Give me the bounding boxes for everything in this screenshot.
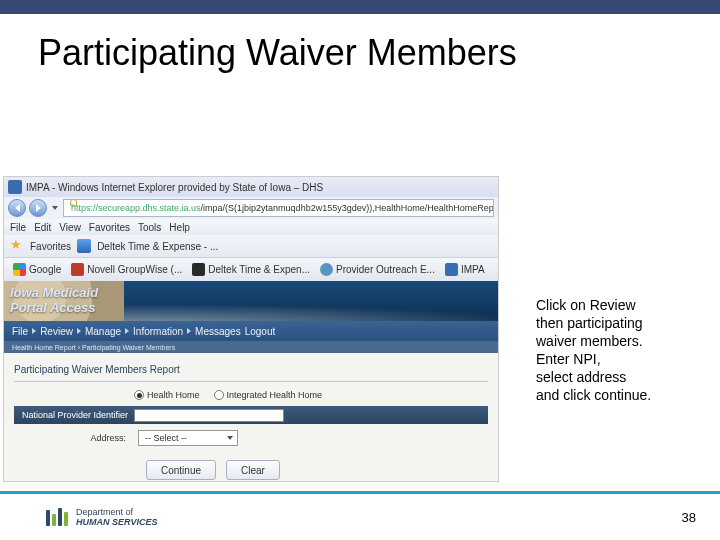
favbar-item-provider[interactable]: Provider Outreach E... — [317, 263, 438, 276]
continue-button[interactable]: Continue — [146, 460, 216, 480]
arrow-right-icon — [36, 204, 41, 212]
radio-unselected-icon — [214, 390, 224, 400]
address-row: Address: -- Select -- — [14, 424, 488, 452]
embedded-screenshot: IMPA - Windows Internet Explorer provide… — [3, 176, 499, 482]
callout-line: Click on Review — [536, 296, 706, 314]
favbar-item-google[interactable]: Google — [10, 263, 64, 276]
npi-input[interactable] — [134, 409, 284, 422]
fav-label: Novell GroupWise (... — [87, 264, 182, 275]
chevron-right-icon — [125, 328, 129, 334]
radio-label: Health Home — [147, 390, 200, 400]
tab-manage[interactable]: Manage — [85, 326, 129, 337]
menu-file[interactable]: File — [10, 222, 26, 233]
divider — [14, 381, 488, 382]
tab-review[interactable]: Review — [40, 326, 81, 337]
portal-name-l2: Portal Access — [10, 300, 98, 315]
tab-messages[interactable]: Messages — [195, 326, 241, 337]
iowa-mark-icon — [46, 508, 68, 526]
browser-nav-row: https://secureapp.dhs.state.ia.us /impa/… — [4, 197, 498, 219]
callout-line: select address — [536, 368, 706, 386]
form-buttons: Continue Clear — [14, 452, 488, 480]
favbar-item-deltek[interactable]: Deltek Time & Expen... — [189, 263, 313, 276]
logo-line1: Department of — [76, 507, 158, 517]
radio-health-home[interactable]: Health Home — [134, 390, 200, 400]
slide-accent-bar — [0, 0, 720, 14]
slide-footer: Department of HUMAN SERVICES 38 — [0, 494, 720, 540]
favorites-label[interactable]: Favorites — [30, 241, 71, 252]
favorites-bar: Google Novell GroupWise (... Deltek Time… — [4, 257, 498, 281]
chevron-right-icon — [32, 328, 36, 334]
back-button[interactable] — [8, 199, 26, 217]
chevron-right-icon — [187, 328, 191, 334]
slide-title: Participating Waiver Members — [0, 14, 720, 84]
menu-help[interactable]: Help — [169, 222, 190, 233]
novell-icon — [71, 263, 84, 276]
star-icon: ★ — [10, 239, 24, 253]
fav-label: IMPA — [461, 264, 485, 275]
chevron-right-icon — [77, 328, 81, 334]
address-bar[interactable]: https://secureapp.dhs.state.ia.us /impa/… — [63, 199, 494, 217]
fav-label: Deltek Time & Expen... — [208, 264, 310, 275]
fav-label: Provider Outreach E... — [336, 264, 435, 275]
fav-label: Google — [29, 264, 61, 275]
impa-icon — [445, 263, 458, 276]
address-select[interactable]: -- Select -- — [138, 430, 238, 446]
radio-label: Integrated Health Home — [227, 390, 323, 400]
page-number: 38 — [682, 510, 696, 525]
favbar-item-novell[interactable]: Novell GroupWise (... — [68, 263, 185, 276]
dhs-logo: Department of HUMAN SERVICES — [46, 507, 158, 527]
browser-menu-bar: File Edit View Favorites Tools Help — [4, 219, 498, 235]
breadcrumb: Health Home Report › Participating Waive… — [4, 341, 498, 353]
logo-line2: HUMAN SERVICES — [76, 517, 158, 527]
portal-name-l1: Iowa Medicaid — [10, 285, 98, 300]
ie-icon — [8, 180, 22, 194]
url-host: https://secureapp.dhs.state.ia.us — [71, 203, 201, 213]
browser-titlebar: IMPA - Windows Internet Explorer provide… — [4, 177, 498, 197]
banner-swoosh — [124, 303, 498, 321]
callout-line: waiver members. — [536, 332, 706, 350]
menu-edit[interactable]: Edit — [34, 222, 51, 233]
portal-nav-tabs: File Review Manage Information Messages … — [4, 321, 498, 341]
radio-selected-icon — [134, 390, 144, 400]
window-title: IMPA - Windows Internet Explorer provide… — [26, 182, 323, 193]
menu-tools[interactable]: Tools — [138, 222, 161, 233]
portal-banner: Iowa Medicaid Portal Access — [4, 281, 498, 321]
chevron-down-icon — [227, 436, 233, 440]
radio-group-home-type: Health Home Integrated Health Home — [14, 390, 488, 400]
npi-row: National Provider Identifier — [14, 406, 488, 424]
tab-information[interactable]: Information — [133, 326, 191, 337]
arrow-left-icon — [15, 204, 20, 212]
npi-label: National Provider Identifier — [22, 410, 128, 420]
address-label: Address: — [22, 433, 132, 443]
provider-icon — [320, 263, 333, 276]
address-selected-value: -- Select -- — [145, 433, 187, 443]
menu-view[interactable]: View — [59, 222, 81, 233]
suggested-link[interactable]: Deltek Time & Expense - ... — [97, 241, 218, 252]
deltek-icon — [192, 263, 205, 276]
favbar-item-impa[interactable]: IMPA — [442, 263, 488, 276]
instruction-callout: Click on Review then participating waive… — [536, 296, 706, 404]
nav-history-dropdown[interactable] — [50, 199, 60, 217]
logo-text: Department of HUMAN SERVICES — [76, 507, 158, 527]
portal-name: Iowa Medicaid Portal Access — [10, 285, 98, 315]
forward-button[interactable] — [29, 199, 47, 217]
tab-logout[interactable]: Logout — [245, 326, 276, 337]
callout-line: then participating — [536, 314, 706, 332]
suggested-sites-icon — [77, 239, 91, 253]
google-icon — [13, 263, 26, 276]
callout-line: Enter NPI, — [536, 350, 706, 368]
section-title: Participating Waiver Members Report — [14, 361, 488, 381]
report-form: Participating Waiver Members Report Heal… — [4, 353, 498, 482]
menu-favorites[interactable]: Favorites — [89, 222, 130, 233]
url-path: /impa/(S(1jbip2ytanmuqdhb2w155y3gdev)),H… — [201, 203, 494, 213]
tab-file[interactable]: File — [12, 326, 36, 337]
clear-button[interactable]: Clear — [226, 460, 280, 480]
favorites-header-row: ★ Favorites Deltek Time & Expense - ... — [4, 235, 498, 257]
radio-integrated-health-home[interactable]: Integrated Health Home — [214, 390, 323, 400]
callout-line: and click continue. — [536, 386, 706, 404]
chevron-down-icon — [52, 206, 58, 210]
